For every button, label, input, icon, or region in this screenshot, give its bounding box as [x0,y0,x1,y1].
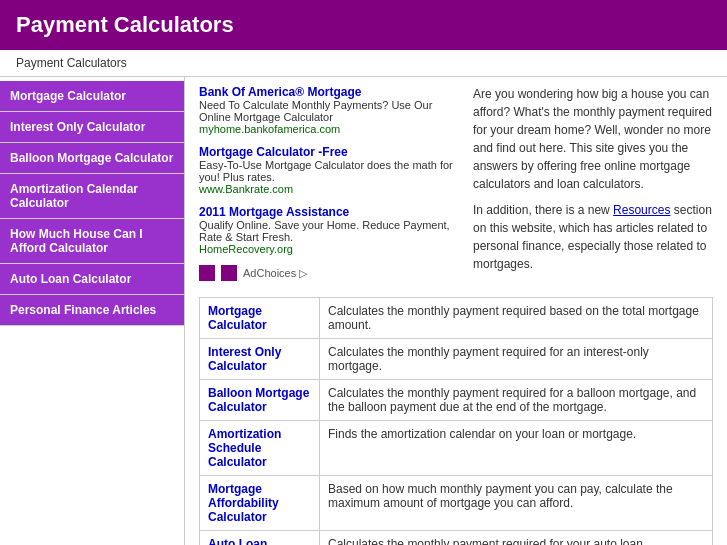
sidebar: Mortgage CalculatorInterest Only Calcula… [0,77,185,545]
ads-right: Are you wondering how big a house you ca… [473,85,713,285]
calc-link[interactable]: Interest Only Calculator [208,345,281,373]
sidebar-item-auto-loan-calculator[interactable]: Auto Loan Calculator [0,264,184,295]
ad-next-button[interactable] [221,265,237,281]
ad-desc: Easy-To-Use Mortgage Calculator does the… [199,159,459,183]
calc-name[interactable]: Mortgage Affordability Calculator [200,476,320,531]
content-area: Bank Of America® Mortgage Need To Calcul… [185,77,727,545]
ad-choices-label: AdChoices ▷ [243,267,307,280]
calc-name[interactable]: Amortization Schedule Calculator [200,421,320,476]
intro-text-1: Are you wondering how big a house you ca… [473,85,713,193]
ad-url: HomeRecovery.org [199,243,459,255]
sidebar-item-mortgage-calculator[interactable]: Mortgage Calculator [0,81,184,112]
ad-item: 2011 Mortgage Assistance Qualify Online.… [199,205,459,255]
calc-desc: Calculates the monthly payment required … [320,339,713,380]
ad-title[interactable]: Bank Of America® Mortgage [199,85,459,99]
calc-link[interactable]: Mortgage Calculator [208,304,267,332]
resources-link[interactable]: Resources [613,203,670,217]
ad-prev-button[interactable] [199,265,215,281]
table-row: Balloon Mortgage Calculator Calculates t… [200,380,713,421]
ad-item: Mortgage Calculator -Free Easy-To-Use Mo… [199,145,459,195]
calc-link[interactable]: Auto Loan Calculator [208,537,267,545]
sidebar-item-how-much-house-calculator[interactable]: How Much House Can I Afford Calculator [0,219,184,264]
calc-link[interactable]: Balloon Mortgage Calculator [208,386,309,414]
calc-link[interactable]: Mortgage Affordability Calculator [208,482,279,524]
calc-name[interactable]: Mortgage Calculator [200,298,320,339]
calc-desc: Finds the amortization calendar on your … [320,421,713,476]
table-row: Mortgage Affordability Calculator Based … [200,476,713,531]
sidebar-item-personal-finance-articles[interactable]: Personal Finance Articles [0,295,184,326]
table-row: Interest Only Calculator Calculates the … [200,339,713,380]
table-row: Amortization Schedule Calculator Finds t… [200,421,713,476]
page-title: Payment Calculators [16,12,711,38]
sidebar-item-amortization-calendar-calculator[interactable]: Amortization Calendar Calculator [0,174,184,219]
calc-name[interactable]: Auto Loan Calculator [200,531,320,546]
ad-desc: Qualify Online. Save your Home. Reduce P… [199,219,459,243]
sidebar-item-interest-only-calculator[interactable]: Interest Only Calculator [0,112,184,143]
ads-section: Bank Of America® Mortgage Need To Calcul… [199,85,713,285]
ad-url: myhome.bankofamerica.com [199,123,459,135]
calc-desc: Calculates the monthly payment required … [320,298,713,339]
ad-title[interactable]: Mortgage Calculator -Free [199,145,459,159]
table-row: Mortgage Calculator Calculates the month… [200,298,713,339]
ad-nav: AdChoices ▷ [199,265,459,281]
calc-desc: Based on how much monthly payment you ca… [320,476,713,531]
ad-url: www.Bankrate.com [199,183,459,195]
calculator-table: Mortgage Calculator Calculates the month… [199,297,713,545]
main-layout: Mortgage CalculatorInterest Only Calcula… [0,77,727,545]
sidebar-item-balloon-mortgage-calculator[interactable]: Balloon Mortgage Calculator [0,143,184,174]
table-row: Auto Loan Calculator Calculates the mont… [200,531,713,546]
calc-link[interactable]: Amortization Schedule Calculator [208,427,281,469]
calc-desc: Calculates the monthly payment required … [320,531,713,546]
calc-name[interactable]: Interest Only Calculator [200,339,320,380]
ads-left: Bank Of America® Mortgage Need To Calcul… [199,85,459,285]
breadcrumb: Payment Calculators [0,50,727,77]
calc-name[interactable]: Balloon Mortgage Calculator [200,380,320,421]
calc-desc: Calculates the monthly payment required … [320,380,713,421]
page-header: Payment Calculators [0,0,727,50]
ad-desc: Need To Calculate Monthly Payments? Use … [199,99,459,123]
ad-item: Bank Of America® Mortgage Need To Calcul… [199,85,459,135]
intro-text-2: In addition, there is a new Resources se… [473,201,713,273]
ad-title[interactable]: 2011 Mortgage Assistance [199,205,459,219]
